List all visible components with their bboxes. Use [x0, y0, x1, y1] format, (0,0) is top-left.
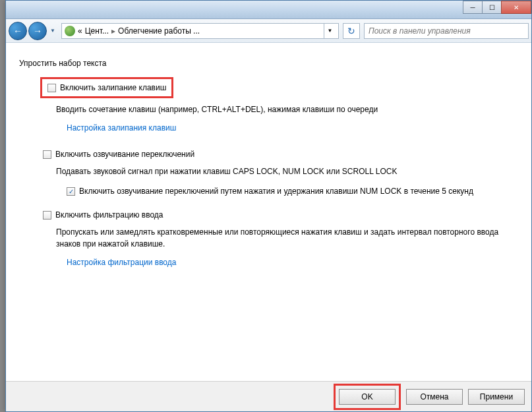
sticky-keys-label: Включить залипание клавиш [60, 83, 166, 92]
breadcrumb-sep-icon: ▸ [111, 26, 115, 36]
sticky-keys-desc: Вводить сочетание клавиш (например, CTRL… [56, 103, 521, 115]
filter-keys-desc: Пропускать или замедлять кратковременные… [56, 226, 521, 250]
filter-keys-settings-link[interactable]: Настройка фильтрации ввода [67, 258, 176, 267]
sticky-keys-settings-link[interactable]: Настройка залипания клавиш [67, 123, 176, 132]
toggle-keys-desc: Подавать звуковой сигнал при нажатии кла… [56, 165, 521, 177]
breadcrumb-dropdown[interactable]: ▼ [324, 23, 336, 39]
toggle-keys-numlock-checkbox[interactable] [67, 187, 75, 196]
toggle-keys-numlock-label: Включить озвучивание переключений путем … [79, 185, 473, 197]
nav-back-button[interactable]: ← [9, 22, 27, 40]
minimize-button[interactable]: ─ [463, 1, 483, 14]
navbar: ← → ▼ « Цент... ▸ Облегчение работы ... … [6, 19, 531, 43]
cancel-button[interactable]: Отмена [406, 389, 463, 405]
nav-history-dropdown[interactable]: ▼ [48, 24, 57, 38]
control-panel-window: ─ ☐ ✕ ← → ▼ « Цент... ▸ Облегчение работ… [5, 0, 532, 412]
window-controls: ─ ☐ ✕ [463, 1, 531, 14]
toggle-keys-checkbox[interactable] [43, 150, 51, 159]
titlebar: ─ ☐ ✕ [6, 1, 531, 19]
apply-button[interactable]: Примени [468, 389, 525, 405]
ok-button[interactable]: OK [339, 389, 396, 405]
simplify-typing-group: Упростить набор текста Включить залипани… [6, 43, 531, 291]
group-title: Упростить набор текста [19, 59, 521, 68]
toggle-keys-label: Включить озвучивание переключений [55, 150, 194, 159]
ok-button-highlight: OK [334, 384, 401, 410]
sticky-keys-checkbox[interactable] [47, 84, 56, 92]
filter-keys-option: Включить фильтрацию ввода [43, 210, 521, 220]
filter-keys-label: Включить фильтрацию ввода [55, 210, 163, 220]
refresh-button[interactable]: ↻ [343, 23, 360, 39]
toggle-keys-option: Включить озвучивание переключений [43, 150, 521, 159]
breadcrumb-item-2[interactable]: Облегчение работы ... [118, 26, 200, 36]
sticky-keys-option: Включить залипание клавиш [40, 77, 173, 98]
toggle-keys-sub-option: Включить озвучивание переключений путем … [67, 185, 521, 197]
breadcrumb-item-1[interactable]: Цент... [85, 26, 109, 36]
content-area: Упростить набор текста Включить залипани… [6, 43, 531, 381]
filter-keys-checkbox[interactable] [43, 211, 51, 220]
maximize-button[interactable]: ☐ [482, 1, 502, 14]
dialog-footer: OK Отмена Примени [6, 381, 531, 411]
control-panel-icon [65, 26, 75, 36]
breadcrumb-prefix: « [78, 26, 82, 36]
close-button[interactable]: ✕ [501, 1, 531, 14]
breadcrumb[interactable]: « Цент... ▸ Облегчение работы ... ▼ [61, 23, 339, 39]
search-input[interactable] [364, 23, 529, 39]
nav-forward-button[interactable]: → [28, 22, 47, 40]
